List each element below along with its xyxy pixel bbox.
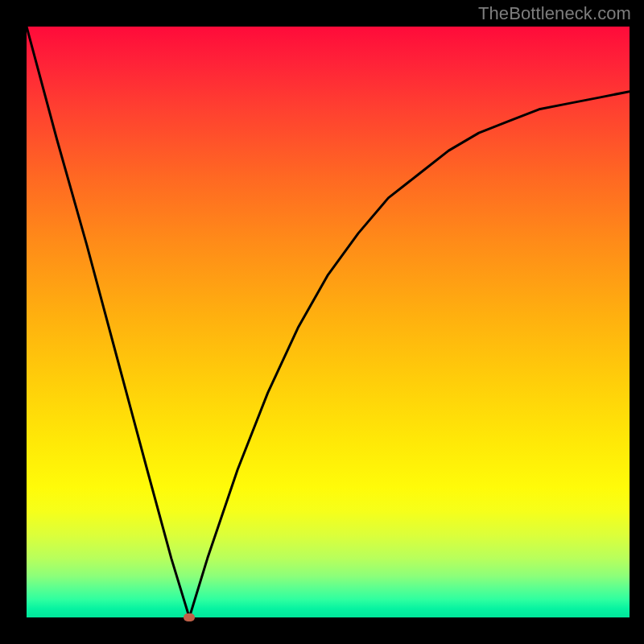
chart-frame: TheBottleneck.com: [0, 0, 644, 644]
bottleneck-curve: [27, 27, 630, 617]
watermark-text: TheBottleneck.com: [478, 3, 631, 24]
plot-area: [27, 27, 630, 617]
optimum-marker: [184, 613, 195, 621]
